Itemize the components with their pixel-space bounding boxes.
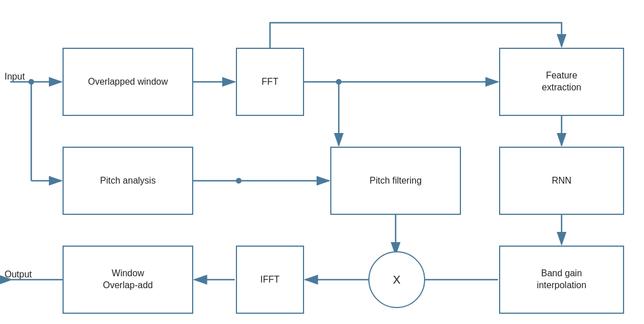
pitch-filtering-box: Pitch filtering (330, 147, 461, 215)
feature-extraction-label: Featureextraction (542, 70, 581, 94)
window-overlap-add-box: WindowOverlap-add (63, 246, 193, 314)
input-label: Input (5, 72, 25, 82)
overlapped-window-label: Overlapped window (88, 76, 168, 88)
ifft-box: IFFT (236, 246, 304, 314)
svg-point-3 (28, 79, 34, 85)
rnn-box: RNN (499, 147, 624, 215)
ifft-label: IFFT (260, 274, 280, 286)
output-label: Output (5, 269, 32, 280)
band-gain-interpolation-box: Band gaininterpolation (499, 246, 624, 314)
svg-point-8 (336, 79, 342, 85)
window-overlap-add-label: WindowOverlap-add (103, 268, 153, 292)
band-gain-interpolation-label: Band gaininterpolation (537, 268, 586, 292)
diagram: Input Output Overlapped window FFT Featu… (0, 0, 644, 324)
feature-extraction-box: Featureextraction (499, 48, 624, 116)
pitch-analysis-box: Pitch analysis (63, 147, 193, 215)
fft-box: FFT (236, 48, 304, 116)
rnn-label: RNN (552, 175, 572, 187)
multiply-circle: X (368, 251, 425, 308)
svg-point-12 (236, 178, 242, 184)
overlapped-window-box: Overlapped window (63, 48, 193, 116)
fft-label: FFT (261, 76, 278, 88)
multiply-label: X (393, 273, 400, 286)
pitch-filtering-label: Pitch filtering (369, 175, 422, 187)
pitch-analysis-label: Pitch analysis (100, 175, 156, 187)
